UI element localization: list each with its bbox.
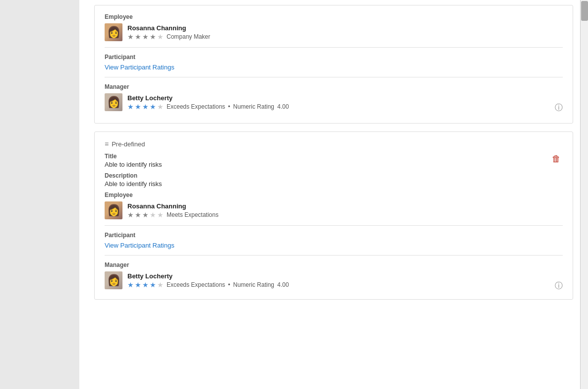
view-participant-ratings-link-2[interactable]: View Participant Ratings (105, 242, 175, 249)
manager-numeric-rating-1: Numeric Rating 4.00 (233, 103, 289, 110)
bullet-1: • (228, 103, 230, 110)
employee-rating-row-1: ★ ★ ★ ★ ★ Company Maker (127, 33, 210, 41)
star-1-5: ★ (157, 33, 164, 41)
predefined-divider-1 (105, 225, 563, 226)
predefined-manager-numeric-rating: Numeric Rating 4.00 (233, 281, 289, 288)
participant-label-1: Participant (105, 54, 563, 61)
employee-info-1: Rosanna Channing ★ ★ ★ ★ ★ Company Maker (127, 24, 210, 41)
participant-section-1: Participant View Participant Ratings (105, 54, 563, 71)
predefined-manager-rating-row: ★ ★ ★ ★ ★ Exceeds Expectations • Numeric… (127, 281, 289, 289)
predefined-label: Pre-defined (112, 140, 145, 148)
predefined-employee-name: Rosanna Channing (127, 202, 219, 210)
predefined-manager-stars: ★ ★ ★ ★ ★ (127, 281, 164, 289)
main-content: Employee Rosanna Channing ★ ★ ★ ★ ★ (79, 0, 588, 389)
predefined-manager-info: Betty Locherty ★ ★ ★ ★ ★ Exceeds Expecta… (127, 272, 289, 289)
star-1-1: ★ (127, 33, 134, 41)
star-1-4: ★ (150, 33, 156, 41)
predefined-manager-name: Betty Locherty (127, 272, 289, 280)
employee-name-1: Rosanna Channing (127, 24, 210, 32)
mgr-star-1-1: ★ (127, 103, 134, 111)
manager-rating-row-1: ★ ★ ★ ★ ★ Exceeds Expectations • Numeric… (127, 103, 289, 111)
manager-avatar-1 (105, 93, 122, 111)
mgr-star-1-5: ★ (157, 103, 164, 111)
manager-stars-1: ★ ★ ★ ★ ★ (127, 103, 164, 111)
pre-star-4: ★ (150, 211, 156, 219)
predefined-manager-rating-label: Exceeds Expectations (167, 281, 225, 288)
predefined-employee-avatar (105, 201, 122, 219)
star-1-3: ★ (142, 33, 149, 41)
employee-person-row-1: Rosanna Channing ★ ★ ★ ★ ★ Company Maker (105, 23, 563, 41)
pre-star-5: ★ (157, 211, 164, 219)
predefined-manager-label: Manager (105, 261, 563, 268)
scrollbar-track[interactable] (580, 0, 588, 389)
delete-button[interactable]: 🗑 (550, 153, 563, 165)
pre-mgr-star-5: ★ (157, 281, 164, 289)
employee-label-1: Employee (105, 13, 563, 20)
predefined-employee-stars: ★ ★ ★ ★ ★ (127, 211, 164, 219)
employee-section-1: Employee Rosanna Channing ★ ★ ★ ★ ★ (105, 13, 563, 41)
divider-2 (105, 77, 563, 77)
predefined-header: ≡ Pre-defined (105, 140, 563, 148)
manager-label-1: Manager (105, 83, 563, 90)
title-description-block: Title Able to identify risks Description… (105, 153, 563, 188)
predefined-employee-rating-text: Meets Expectations (167, 211, 219, 218)
mgr-star-1-3: ★ (142, 103, 149, 111)
predefined-employee-person-row: Rosanna Channing ★ ★ ★ ★ ★ Meets Expecta… (105, 201, 563, 219)
pre-mgr-star-1: ★ (127, 281, 134, 289)
predefined-employee-info: Rosanna Channing ★ ★ ★ ★ ★ Meets Expecta… (127, 202, 219, 219)
scrollbar-thumb[interactable] (581, 1, 588, 21)
manager-rating-label-1: Exceeds Expectations (167, 103, 225, 110)
employee-role-1: Company Maker (167, 33, 210, 40)
manager-info-1: Betty Locherty ★ ★ ★ ★ ★ Exceeds Expecta… (127, 94, 289, 111)
divider-1 (105, 47, 563, 48)
pre-mgr-star-2: ★ (135, 281, 141, 289)
pre-star-1: ★ (127, 211, 134, 219)
predefined-icon: ≡ (105, 140, 109, 148)
help-icon-2[interactable]: ⓘ (555, 281, 563, 291)
predefined-divider-2 (105, 255, 563, 256)
predefined-participant-section: Participant View Participant Ratings (105, 232, 563, 249)
predefined-manager-section: Manager Betty Locherty ★ ★ ★ ★ ★ (105, 261, 563, 291)
manager-name-1: Betty Locherty (127, 94, 289, 102)
description-value: Able to identify risks (105, 180, 563, 188)
view-participant-ratings-link-1[interactable]: View Participant Ratings (105, 64, 175, 71)
mgr-star-1-4: ★ (150, 103, 156, 111)
manager-section-1: Manager Betty Locherty ★ ★ ★ ★ ★ (105, 83, 563, 113)
pre-star-2: ★ (135, 211, 141, 219)
title-value: Able to identify risks (105, 161, 563, 168)
predefined-participant-label: Participant (105, 232, 563, 239)
pre-star-3: ★ (142, 211, 149, 219)
predefined-employee-rating-row: ★ ★ ★ ★ ★ Meets Expectations (127, 211, 219, 219)
employee-avatar-1 (105, 23, 122, 41)
pre-mgr-star-3: ★ (142, 281, 149, 289)
predefined-manager-person-row: Betty Locherty ★ ★ ★ ★ ★ Exceeds Expecta… (105, 271, 563, 289)
predefined-manager-avatar (105, 271, 122, 289)
predefined-section-card: ≡ Pre-defined Title Able to identify ris… (94, 131, 573, 300)
description-label: Description (105, 172, 563, 179)
pre-mgr-star-4: ★ (150, 281, 156, 289)
mgr-star-1-2: ★ (135, 103, 141, 111)
section-card-1: Employee Rosanna Channing ★ ★ ★ ★ ★ (94, 5, 573, 124)
manager-person-row-1: Betty Locherty ★ ★ ★ ★ ★ Exceeds Expecta… (105, 93, 563, 111)
employee-stars-1: ★ ★ ★ ★ ★ (127, 33, 164, 41)
predefined-employee-section: Employee Rosanna Channing ★ ★ ★ ★ ★ (105, 192, 563, 219)
title-label: Title (105, 153, 563, 160)
star-1-2: ★ (135, 33, 141, 41)
predefined-bullet: • (228, 281, 230, 288)
predefined-employee-label: Employee (105, 192, 563, 198)
help-icon-1[interactable]: ⓘ (555, 103, 563, 113)
